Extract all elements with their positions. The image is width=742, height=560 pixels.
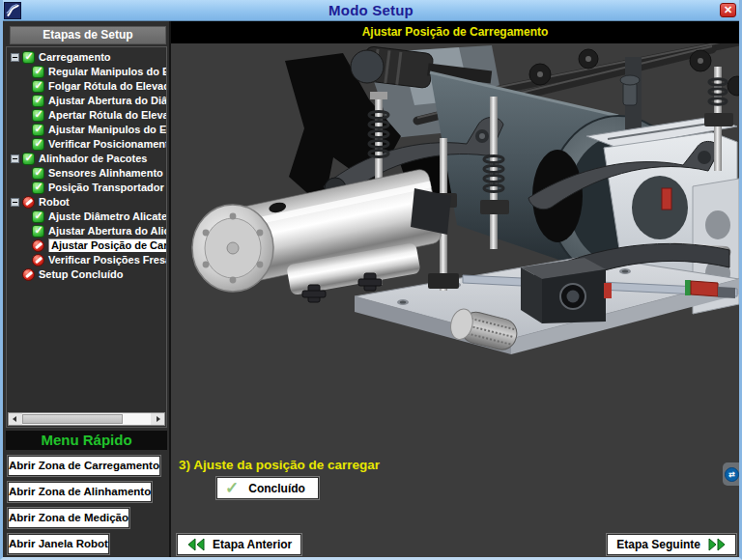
- status-pending-icon: [22, 268, 35, 281]
- done-button[interactable]: ✓ Concluído: [216, 477, 319, 499]
- tree-item-label: Alinhador de Pacotes: [39, 153, 147, 165]
- status-done-icon: [22, 51, 35, 64]
- status-done-icon: [32, 124, 44, 136]
- remote-access-icon[interactable]: ⇄: [723, 462, 739, 486]
- next-step-label: Etapa Seguinte: [616, 538, 700, 551]
- tree-item-label: Robot: [39, 196, 70, 209]
- tree-item-apertar-rotula-do-elevad[interactable]: Apertar Rótula do Elevad: [32, 108, 166, 122]
- scroll-left-arrow-icon[interactable]: [9, 413, 22, 425]
- tree-item-sensores-alinhamento[interactable]: Sensores Alinhamento: [32, 166, 166, 180]
- tree-item-ajustar-abertura-do-alica[interactable]: Ajustar Abertura do Alica: [32, 224, 166, 238]
- close-button[interactable]: ✕: [720, 3, 736, 17]
- setup-steps-header: Etapas de Setup: [10, 26, 166, 44]
- status-pending-icon: [32, 239, 44, 252]
- window-title: Modo Setup: [3, 2, 739, 18]
- window-titlebar: Modo Setup ✕: [3, 0, 739, 21]
- status-done-icon: [32, 210, 44, 223]
- tree-item-ajustar-manipulos-do-elev[interactable]: Ajustar Manipulos do Elev: [32, 123, 166, 136]
- tree-item-folgar-rotula-do-elevador[interactable]: Folgar Rótula do Elevador: [32, 79, 166, 93]
- tree-item-label: Verificar Posições Fresa e: [48, 254, 166, 266]
- status-done-icon: [32, 225, 44, 238]
- setup-steps-treebox: CarregamentoRegular Manipulos do ElevFol…: [6, 46, 167, 428]
- tree-item-carregamento[interactable]: Carregamento: [11, 50, 166, 64]
- tree-item-label: Apertar Rótula do Elevad: [48, 109, 166, 122]
- expander-icon[interactable]: [11, 198, 19, 207]
- tree-item-verificar-posicoes-fresa-e[interactable]: Verificar Posições Fresa e: [32, 253, 166, 266]
- tree-item-ajuste-diametro-alicate[interactable]: Ajuste Diâmetro Alicate: [32, 210, 166, 223]
- tree-item-posicao-transportador[interactable]: Posição Transportador: [32, 181, 166, 194]
- status-done-icon: [32, 138, 44, 151]
- status-pending-icon: [32, 254, 44, 266]
- tree-item-label: Setup Concluído: [39, 268, 123, 281]
- status-done-icon: [32, 167, 44, 180]
- quick-menu-button-abrir-zona-de-medicao[interactable]: Abrir Zona de Medição: [8, 508, 129, 528]
- quick-menu: Abrir Zona de CarregamentoAbrir Zona de …: [6, 450, 167, 554]
- scroll-thumb[interactable]: [22, 414, 123, 424]
- tree-item-ajustar-posicao-de-carre[interactable]: Ajustar Posição de Carre: [32, 238, 166, 252]
- tree-item-alinhador-de-pacotes[interactable]: Alinhador de Pacotes: [11, 152, 166, 165]
- status-done-icon: [32, 109, 44, 122]
- expander-icon[interactable]: [11, 53, 19, 62]
- tree-item-label: Posição Transportador: [48, 182, 164, 194]
- previous-step-label: Etapa Anterior: [213, 538, 292, 551]
- panel-title: Ajustar Posição de Carregamento: [171, 21, 739, 43]
- status-done-icon: [32, 66, 44, 78]
- tree-item-label: Regular Manipulos do Elev: [48, 66, 166, 78]
- double-left-arrow-icon: [186, 538, 206, 551]
- tree-item-label: Ajustar Abertura do Diâm: [48, 95, 166, 107]
- quick-menu-button-abrir-janela-robot[interactable]: Abrir Janela Robot: [8, 534, 109, 554]
- tree-item-label: Carregamento: [39, 51, 111, 64]
- done-button-label: Concluído: [248, 482, 305, 495]
- scroll-right-arrow-icon[interactable]: [151, 413, 164, 425]
- tree-item-label: Ajustar Abertura do Alica: [48, 225, 166, 238]
- check-icon: ✓: [225, 480, 239, 497]
- tree-hscrollbar[interactable]: [8, 412, 165, 426]
- scroll-track[interactable]: [22, 413, 151, 425]
- status-done-icon: [22, 153, 35, 165]
- tree-item-label: Ajuste Diâmetro Alicate: [48, 210, 166, 223]
- tree-item-regular-manipulos-do-elev[interactable]: Regular Manipulos do Elev: [32, 65, 166, 78]
- setup-steps-tree: CarregamentoRegular Manipulos do ElevFol…: [7, 47, 166, 411]
- tree-item-label: Folgar Rótula do Elevador: [48, 80, 166, 93]
- close-icon: ✕: [724, 4, 732, 15]
- double-right-arrow-icon: [707, 538, 727, 551]
- status-done-icon: [32, 80, 44, 93]
- tree-item-label: Verificar Posicionamento: [48, 138, 166, 151]
- step-label: 3) Ajuste da posição de carregar: [179, 458, 380, 472]
- setup-window: Modo Setup ✕ Etapas de Setup Carregament…: [0, 0, 742, 560]
- quick-menu-title: Menu Rápido: [6, 431, 167, 450]
- status-done-icon: [32, 95, 44, 107]
- expander-icon[interactable]: [11, 154, 19, 163]
- previous-step-button[interactable]: Etapa Anterior: [177, 534, 301, 555]
- tree-item-ajustar-abertura-do-diam[interactable]: Ajustar Abertura do Diâm: [32, 94, 166, 107]
- tree-item-label: Ajustar Posição de Carre: [48, 238, 166, 252]
- status-done-icon: [32, 182, 44, 194]
- tree-item-setup-concluido[interactable]: Setup Concluído: [11, 267, 166, 281]
- next-step-button[interactable]: Etapa Seguinte: [607, 534, 736, 555]
- tree-item-label: Sensores Alinhamento: [48, 167, 163, 180]
- sidebar: Etapas de Setup CarregamentoRegular Mani…: [3, 21, 169, 557]
- quick-menu-button-abrir-zona-de-carregamento[interactable]: Abrir Zona de Carregamento: [8, 456, 160, 476]
- tree-item-label: Ajustar Manipulos do Elev: [48, 124, 166, 136]
- quick-menu-button-abrir-zona-de-alinhamento[interactable]: Abrir Zona de Alinhamento: [8, 482, 152, 502]
- main-panel: Ajustar Posição de Carregamento: [169, 21, 739, 557]
- status-pending-icon: [22, 196, 35, 209]
- tree-item-verificar-posicionamento[interactable]: Verificar Posicionamento: [32, 137, 166, 151]
- tree-item-robot[interactable]: Robot: [11, 195, 166, 209]
